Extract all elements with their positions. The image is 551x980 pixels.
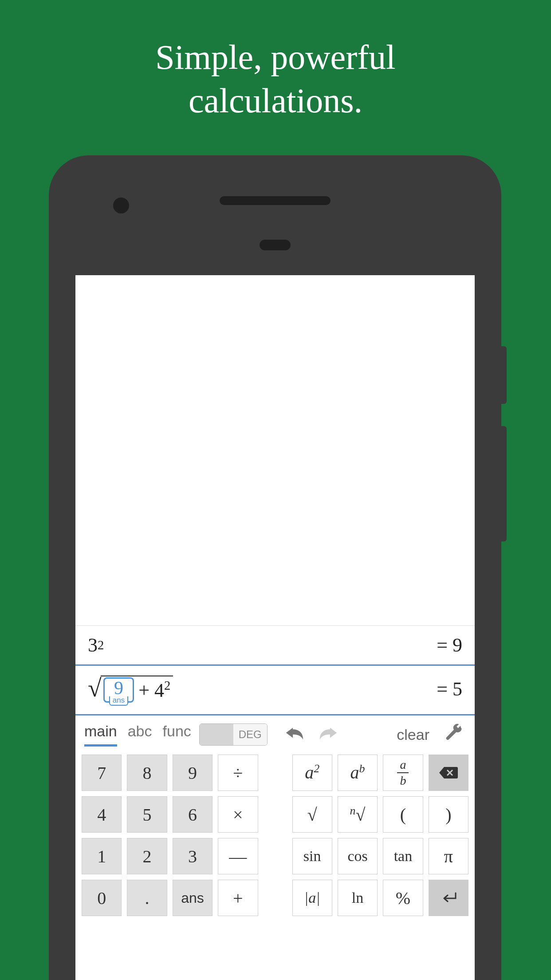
key-1[interactable]: 1 bbox=[82, 838, 122, 874]
history-result: = 9 bbox=[437, 634, 462, 656]
history-row[interactable]: 32 = 9 bbox=[75, 626, 475, 664]
key-2[interactable]: 2 bbox=[127, 838, 167, 874]
key-ln[interactable]: ln bbox=[338, 880, 378, 916]
clear-button[interactable]: clear bbox=[397, 726, 429, 743]
phone-side-button-1 bbox=[500, 346, 507, 404]
key-multiply[interactable]: × bbox=[218, 796, 258, 833]
key-divide[interactable]: ÷ bbox=[218, 755, 258, 791]
mode-rad[interactable] bbox=[200, 724, 233, 745]
app-screen: 32 = 9 √ 9 ans + 42 = 5 main abc bbox=[75, 275, 475, 980]
keyboard-tabs: main abc func bbox=[84, 723, 191, 747]
key-enter[interactable] bbox=[429, 880, 468, 916]
mode-deg[interactable]: DEG bbox=[233, 724, 267, 745]
key-5[interactable]: 5 bbox=[127, 796, 167, 833]
headline: Simple, powerful calculations. bbox=[0, 0, 551, 122]
key-cos[interactable]: cos bbox=[338, 838, 378, 874]
enter-icon bbox=[440, 892, 457, 904]
key-tan[interactable]: tan bbox=[383, 838, 423, 874]
key-fraction[interactable]: ab bbox=[383, 755, 423, 791]
key-left-paren[interactable]: ( bbox=[383, 796, 423, 833]
headline-line1: Simple, powerful bbox=[0, 36, 551, 79]
key-4[interactable]: 4 bbox=[82, 796, 122, 833]
key-sin[interactable]: sin bbox=[292, 838, 332, 874]
key-8[interactable]: 8 bbox=[127, 755, 167, 791]
key-minus[interactable]: — bbox=[218, 838, 258, 874]
tab-func[interactable]: func bbox=[163, 723, 191, 747]
key-3[interactable]: 3 bbox=[173, 838, 213, 874]
angle-mode-toggle[interactable]: DEG bbox=[199, 723, 268, 746]
key-ans[interactable]: ans bbox=[173, 880, 213, 916]
key-square[interactable]: a2 bbox=[292, 755, 332, 791]
keypad: 7 8 9 ÷ a2 ab ab 4 5 6 × √ bbox=[75, 751, 475, 916]
settings-wrench-icon[interactable] bbox=[445, 723, 463, 746]
phone-side-button-2 bbox=[500, 426, 507, 541]
key-pi[interactable]: π bbox=[429, 838, 468, 874]
toolbar: main abc func DEG clear bbox=[75, 715, 475, 751]
key-6[interactable]: 6 bbox=[173, 796, 213, 833]
key-7[interactable]: 7 bbox=[82, 755, 122, 791]
phone-frame: 32 = 9 √ 9 ans + 42 = 5 main abc bbox=[49, 155, 501, 980]
tab-abc[interactable]: abc bbox=[128, 723, 152, 747]
key-sqrt[interactable]: √ bbox=[292, 796, 332, 833]
current-expression: √ 9 ans + 42 bbox=[88, 676, 173, 703]
key-nth-root[interactable]: n√ bbox=[338, 796, 378, 833]
key-decimal[interactable]: . bbox=[127, 880, 167, 916]
tab-main[interactable]: main bbox=[84, 723, 117, 747]
backspace-icon bbox=[439, 766, 458, 779]
current-expression-row[interactable]: √ 9 ans + 42 = 5 bbox=[75, 664, 475, 715]
sqrt-icon: √ bbox=[88, 676, 102, 700]
history-area[interactable] bbox=[75, 275, 475, 626]
key-power[interactable]: ab bbox=[338, 755, 378, 791]
phone-camera bbox=[113, 198, 129, 213]
key-plus[interactable]: + bbox=[218, 880, 258, 916]
redo-icon[interactable] bbox=[318, 725, 338, 744]
ans-chip[interactable]: 9 ans bbox=[103, 677, 134, 703]
key-0[interactable]: 0 bbox=[82, 880, 122, 916]
history-expression: 32 bbox=[88, 634, 104, 656]
undo-icon[interactable] bbox=[284, 725, 305, 744]
current-result: = 5 bbox=[437, 678, 462, 700]
phone-sensor bbox=[260, 240, 291, 250]
key-abs[interactable]: |a| bbox=[292, 880, 332, 916]
key-right-paren[interactable]: ) bbox=[429, 796, 468, 833]
key-percent[interactable]: % bbox=[383, 880, 423, 916]
key-9[interactable]: 9 bbox=[173, 755, 213, 791]
headline-line2: calculations. bbox=[0, 79, 551, 122]
key-backspace[interactable] bbox=[429, 755, 468, 791]
phone-speaker bbox=[220, 196, 331, 205]
